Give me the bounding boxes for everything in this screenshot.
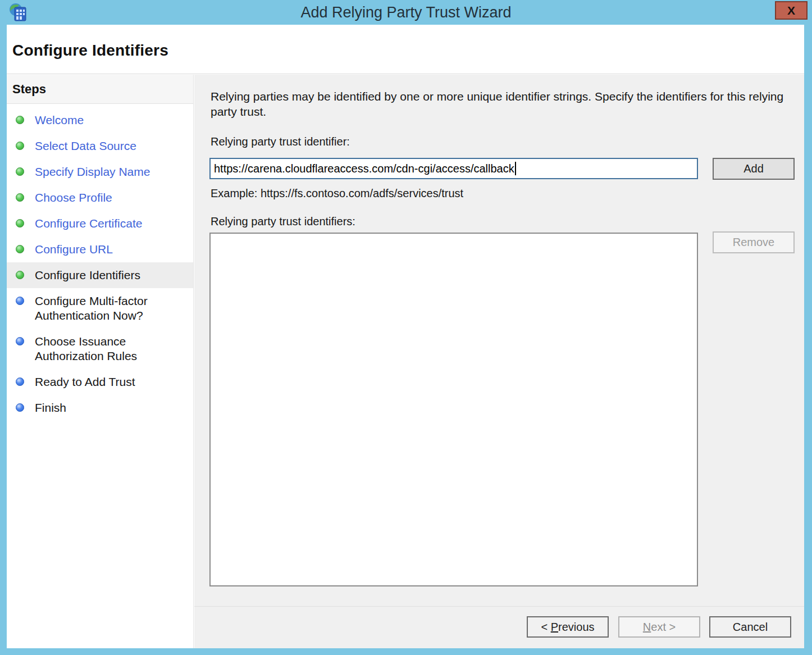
identifiers-listbox[interactable]	[209, 233, 698, 586]
step-label: Choose Profile	[35, 190, 112, 205]
step-status-dot	[16, 167, 24, 176]
step-label: Configure Multi-factor Authentication No…	[35, 294, 175, 323]
page-header: Configure Identifiers	[7, 25, 804, 74]
step-label: Choose Issuance Authorization Rules	[35, 334, 175, 363]
step-label: Specify Display Name	[35, 165, 150, 179]
content-pane: Relying parties may be identified by one…	[194, 75, 804, 648]
step-label: Configure URL	[35, 242, 113, 257]
step-label: Configure Certificate	[35, 216, 142, 231]
title-bar: Add Relying Party Trust Wizard X	[0, 0, 812, 25]
step-item-configure-certificate[interactable]: Configure Certificate	[7, 211, 193, 236]
step-item-finish: Finish	[7, 395, 193, 421]
next-button: Next >	[618, 616, 700, 638]
step-status-dot	[16, 142, 24, 150]
step-item-select-data-source[interactable]: Select Data Source	[7, 133, 193, 159]
step-item-choose-profile[interactable]: Choose Profile	[7, 185, 193, 211]
step-label: Welcome	[35, 113, 84, 128]
step-label: Configure Identifiers	[35, 268, 140, 283]
step-status-dot	[16, 297, 24, 305]
step-status-dot	[16, 193, 24, 202]
example-text: Example: https://fs.contoso.com/adfs/ser…	[211, 187, 463, 200]
step-item-welcome[interactable]: Welcome	[7, 107, 193, 133]
identifier-input[interactable]: https://carena.cloudflareaccess.com/cdn-…	[209, 158, 698, 179]
footer-bar: < Previous Next > Cancel	[194, 606, 804, 648]
page-title: Configure Identifiers	[12, 42, 168, 60]
wizard-body: Configure Identifiers Steps Welcome Sele…	[7, 25, 804, 648]
step-status-dot	[16, 116, 24, 124]
steps-sidebar: Steps Welcome Select Data Source Specify…	[7, 75, 194, 648]
steps-header: Steps	[7, 75, 193, 104]
step-status-dot	[16, 377, 24, 386]
step-label: Ready to Add Trust	[35, 375, 135, 389]
step-item-configure-url[interactable]: Configure URL	[7, 236, 193, 262]
close-button[interactable]: X	[775, 1, 808, 20]
steps-list: Welcome Select Data Source Specify Displ…	[7, 104, 193, 421]
previous-button[interactable]: < Previous	[527, 616, 609, 638]
step-status-dot	[16, 219, 24, 228]
cancel-button[interactable]: Cancel	[709, 616, 791, 638]
add-button[interactable]: Add	[713, 158, 795, 180]
step-item-choose-issuance-authorization-rules: Choose Issuance Authorization Rules	[7, 329, 193, 369]
previous-button-label: < Previous	[541, 621, 594, 633]
step-item-configure-identifiers[interactable]: Configure Identifiers	[7, 262, 193, 288]
identifier-input-value: https://carena.cloudflareaccess.com/cdn-…	[214, 162, 514, 175]
step-item-configure-multi-factor-authentication-now: Configure Multi-factor Authentication No…	[7, 288, 193, 329]
step-status-dot	[16, 403, 24, 412]
remove-button[interactable]: Remove	[713, 231, 795, 253]
step-status-dot	[16, 337, 24, 345]
identifier-field-label: Relying party trust identifier:	[211, 135, 350, 148]
identifiers-list-label: Relying party trust identifiers:	[211, 215, 355, 228]
page-description: Relying parties may be identified by one…	[211, 89, 789, 119]
step-label: Select Data Source	[35, 139, 136, 153]
text-caret	[515, 162, 516, 175]
step-status-dot	[16, 271, 24, 279]
window-title: Add Relying Party Trust Wizard	[0, 0, 812, 25]
step-item-specify-display-name[interactable]: Specify Display Name	[7, 159, 193, 185]
step-label: Finish	[35, 401, 66, 415]
step-status-dot	[16, 245, 24, 253]
next-button-label: Next >	[643, 621, 676, 633]
wizard-window: Add Relying Party Trust Wizard X Configu…	[0, 0, 812, 655]
step-item-ready-to-add-trust: Ready to Add Trust	[7, 369, 193, 395]
